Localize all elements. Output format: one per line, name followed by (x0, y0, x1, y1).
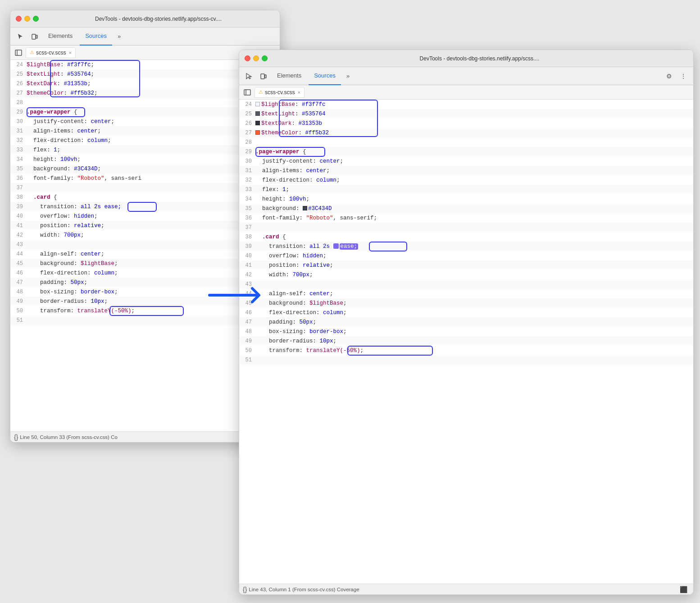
table-row: 42 width: 700px; (239, 270, 693, 279)
code-segment: ; (87, 81, 91, 87)
svg-rect-5 (265, 75, 266, 78)
file-tab-1[interactable]: ⚠ scss-cv.scss × (26, 47, 76, 58)
code-content: border-radius: 10px; (255, 338, 336, 344)
line-number: 51 (12, 317, 27, 324)
code-segment: transform: (255, 347, 306, 354)
table-row: 46 flex-direction: column; (239, 308, 693, 317)
code-content: $themeColor: #ff5b32 (255, 130, 329, 136)
line-number: 37 (12, 185, 27, 191)
code-segment: ; (336, 177, 340, 183)
code-segment: background: (255, 300, 309, 306)
code-segment: center (306, 168, 327, 174)
table-row: 50 transform: translateY(-50%); (239, 346, 693, 355)
file-tab-2[interactable]: ⚠ scss-cv.scss × (255, 87, 305, 98)
code-content: padding: 50px; (255, 319, 316, 325)
maximize-button-2[interactable] (262, 55, 268, 61)
code-segment: background: (255, 206, 303, 212)
line-number: 48 (12, 289, 27, 295)
line-number: 41 (12, 223, 27, 229)
code-segment: .page-wrapper (255, 149, 300, 155)
code-content: background: #3C434D; (27, 166, 101, 172)
tab-more-2[interactable]: » (343, 70, 353, 82)
code-segment: font-family: (27, 175, 77, 182)
line-number: 47 (241, 319, 255, 325)
code-segment: border-box (309, 329, 343, 335)
code-segment: ; (306, 196, 310, 202)
tab-sources-2[interactable]: Sources (309, 67, 341, 85)
curly-braces-icon-1: {} (14, 434, 18, 441)
code-segment: flex-direction: (255, 177, 316, 183)
code-segment: 10px (91, 298, 105, 305)
code-segment: ; (57, 147, 61, 153)
code-segment: 10px (320, 338, 333, 344)
line-number: 30 (12, 119, 27, 125)
table-row: 51 (239, 355, 693, 365)
code-content: justify-content: center; (255, 158, 343, 164)
ease-edit-icon[interactable] (333, 243, 339, 249)
line-number: 37 (241, 224, 255, 231)
code-segment: $textDark (27, 81, 57, 87)
device-icon-2[interactable] (257, 70, 270, 82)
tab-elements-2[interactable]: Elements (272, 67, 307, 85)
code-segment: ; (114, 260, 118, 267)
line-number: 28 (241, 139, 255, 146)
code-content: overflow: hidden; (27, 213, 98, 219)
maximize-button-1[interactable] (33, 16, 39, 22)
code-content: flex: 1; (255, 187, 289, 193)
code-segment: ; (309, 272, 313, 278)
code-content: align-self: center; (27, 251, 105, 257)
code-segment: : (299, 130, 305, 136)
code-segment: 50px (300, 319, 313, 325)
line-number: 43 (12, 242, 27, 248)
code-content: $lightBase: #f3f7fc; (27, 62, 94, 68)
line-number: 45 (12, 260, 27, 267)
table-row: 31 align-items: center; (239, 166, 693, 175)
color-swatch (255, 121, 260, 125)
cursor-icon-2[interactable] (243, 70, 255, 82)
tab-sources-1[interactable]: Sources (80, 27, 112, 46)
close-button-1[interactable] (16, 16, 22, 22)
code-segment: transition: (255, 243, 309, 250)
file-tab-name-1: scss-cv.scss (36, 50, 66, 56)
close-button-2[interactable] (245, 55, 250, 61)
code-content: height: 100vh; (27, 156, 81, 163)
line-number: 38 (241, 234, 255, 240)
code-segment: ; (132, 308, 135, 314)
line-number: 46 (241, 310, 255, 316)
device-icon-1[interactable] (28, 30, 41, 43)
code-segment: $textLight (261, 111, 295, 117)
line-number: 27 (241, 130, 255, 136)
code-segment: : (292, 120, 299, 127)
code-segment: : (295, 111, 302, 117)
close-tab-icon-2[interactable]: × (297, 90, 300, 95)
settings-icon[interactable]: ⚙ (663, 70, 675, 82)
code-segment: ease; (105, 204, 122, 210)
code-segment: $textLight (27, 71, 60, 78)
code-segment: .page-wrapper (27, 109, 71, 115)
code-segment: ; (286, 187, 290, 193)
code-segment: flex-direction: (27, 270, 94, 276)
minimize-button-2[interactable] (253, 55, 259, 61)
table-row: 26$textDark: #31353b (239, 119, 693, 128)
color-swatch (255, 102, 260, 106)
code-segment: #ff5b32 (305, 130, 329, 136)
code-segment: align-items: (27, 128, 77, 134)
code-segment: : (295, 101, 302, 108)
sidebar-toggle-1[interactable] (12, 46, 25, 59)
code-content: flex-direction: column; (27, 270, 118, 276)
code-segment: ; (91, 71, 95, 78)
more-icon[interactable]: ⋮ (677, 70, 690, 82)
code-segment: #31353b (64, 81, 88, 87)
line-number: 29 (12, 109, 27, 115)
devtools-window-2: DevTools - devtools-dbg-stories.netlify.… (239, 50, 694, 595)
minimize-button-1[interactable] (24, 16, 30, 22)
tab-more-1[interactable]: » (114, 30, 124, 42)
line-number: 39 (12, 204, 27, 210)
close-tab-icon-1[interactable]: × (68, 50, 71, 55)
coverage-icon[interactable]: ⬛ (677, 583, 690, 595)
line-number: 43 (241, 281, 255, 288)
tab-elements-1[interactable]: Elements (43, 27, 78, 46)
cursor-icon-1[interactable] (14, 30, 27, 43)
sidebar-toggle-2[interactable] (241, 86, 254, 99)
line-number: 51 (241, 357, 255, 363)
